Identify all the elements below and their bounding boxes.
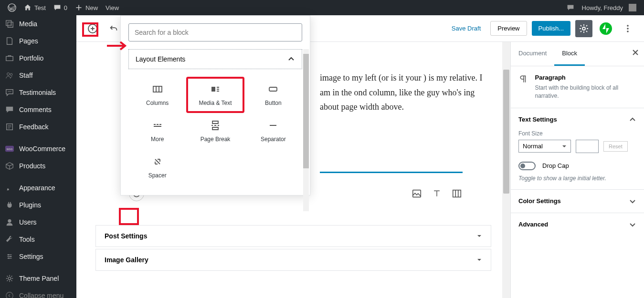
block-option-more[interactable]: More	[128, 113, 186, 149]
section-title: Color Settings	[518, 197, 561, 205]
home-icon	[24, 4, 32, 11]
undo-button[interactable]	[105, 20, 122, 37]
sidebar-label: Settings	[19, 253, 43, 260]
sidebar-item-settings[interactable]: Settings	[0, 248, 76, 265]
comments-link[interactable]: 0	[50, 0, 71, 15]
publish-button[interactable]: Publish...	[532, 21, 570, 36]
jetpack-icon	[599, 22, 612, 35]
svg-point-10	[8, 254, 9, 256]
undo-icon	[108, 23, 119, 34]
sidebar-label: WooCommerce	[19, 145, 65, 153]
feedback-icon	[5, 122, 14, 132]
block-option-page-break[interactable]: Page Break	[186, 113, 244, 149]
settings-scrollbar[interactable]	[510, 42, 511, 298]
mediatext-icon	[210, 83, 221, 95]
inserter-category-header[interactable]: Layout Elements	[128, 49, 302, 69]
block-option-columns[interactable]: Columns	[128, 77, 186, 113]
jetpack-button[interactable]	[597, 20, 614, 37]
wordpress-icon	[8, 3, 16, 12]
sidebar-item-users[interactable]: Users	[0, 214, 76, 231]
preview-button[interactable]: Preview	[490, 21, 527, 36]
columns-block-shortcut[interactable]	[451, 188, 463, 199]
close-settings-button[interactable]	[632, 49, 639, 56]
sidebar-label: Feedback	[19, 123, 48, 131]
text-settings-header[interactable]: Text Settings	[518, 116, 636, 123]
svg-point-16	[582, 27, 585, 30]
comment-icon	[53, 4, 61, 11]
block-option-button[interactable]: Button	[244, 77, 302, 113]
tab-block[interactable]: Block	[554, 42, 585, 66]
sidebar-item-tools[interactable]: Tools	[0, 231, 76, 248]
color-settings-header[interactable]: Color Settings	[518, 197, 636, 205]
image-block-shortcut[interactable]	[411, 188, 422, 199]
wp-logo[interactable]	[4, 0, 20, 15]
new-link[interactable]: New	[71, 0, 102, 15]
appearance-icon	[5, 183, 14, 193]
spacer-icon	[152, 156, 163, 167]
chevron-up-icon	[287, 55, 295, 63]
sidebar-label: Portfolio	[19, 54, 43, 62]
site-link[interactable]: Test	[20, 0, 50, 15]
block-label: Page Break	[201, 136, 231, 143]
more-options-button[interactable]	[619, 20, 636, 37]
add-block-button[interactable]	[84, 20, 101, 37]
save-draft-button[interactable]: Save Draft	[447, 22, 486, 35]
inserter-scrollbar[interactable]	[303, 49, 309, 211]
sidebar-item-products[interactable]: Products	[0, 157, 76, 175]
sidebar-item-woocommerce[interactable]: wooWooCommerce	[0, 140, 76, 157]
meta-panel-image-gallery[interactable]: Image Gallery	[95, 249, 491, 271]
svg-text:woo: woo	[6, 147, 13, 151]
meta-panel-post-settings[interactable]: Post Settings	[95, 225, 491, 247]
staff-icon	[5, 71, 14, 80]
paragraph-block[interactable]: image to my left (or is it your ) is my …	[320, 71, 491, 114]
plus-circle-icon	[87, 23, 98, 34]
sidebar-item-collapse[interactable]: Collapse menu	[0, 287, 76, 298]
block-option-media-text[interactable]: Media & Text	[186, 77, 244, 113]
collapse-icon	[5, 291, 14, 298]
sidebar-item-feedback[interactable]: Feedback	[0, 118, 76, 135]
block-label: Columns	[146, 100, 169, 106]
caret-down-icon	[562, 144, 567, 149]
svg-rect-26	[269, 87, 277, 91]
svg-point-11	[10, 256, 11, 257]
block-option-spacer[interactable]: Spacer	[128, 149, 186, 185]
settings-toggle-button[interactable]	[575, 20, 592, 37]
section-title: Advanced	[518, 221, 548, 228]
tab-document[interactable]: Document	[511, 42, 554, 66]
canvas-scrollbar[interactable]	[502, 42, 510, 298]
drop-cap-label: Drop Cap	[542, 162, 569, 169]
sidebar-item-pages[interactable]: Pages	[0, 32, 76, 50]
font-size-select[interactable]: Normal	[518, 140, 571, 153]
block-search-input[interactable]	[128, 23, 302, 41]
sidebar-label: Theme Panel	[19, 275, 59, 282]
view-link[interactable]: View	[102, 0, 123, 15]
tools-icon	[5, 235, 14, 244]
svg-point-3	[8, 91, 9, 92]
heading-block-shortcut[interactable]	[431, 188, 443, 199]
drop-cap-toggle[interactable]	[518, 162, 536, 170]
sidebar-item-theme-panel[interactable]: Theme Panel	[0, 270, 76, 287]
sidebar-item-staff[interactable]: Staff	[0, 67, 76, 84]
svg-point-20	[627, 31, 629, 32]
advanced-header[interactable]: Advanced	[518, 221, 636, 228]
notification-link[interactable]	[563, 0, 578, 15]
pagebreak-icon	[210, 120, 221, 131]
image-icon	[412, 188, 422, 199]
reset-button[interactable]: Reset	[603, 141, 628, 152]
sidebar-item-media[interactable]: Media	[0, 15, 76, 32]
sidebar-item-plugins[interactable]: Plugins	[0, 196, 76, 214]
more-icon	[152, 120, 163, 131]
howdy-link[interactable]: Howdy, Freddy	[578, 0, 640, 15]
sidebar-item-comments[interactable]: Comments	[0, 101, 76, 118]
sidebar-label: Products	[19, 162, 45, 170]
font-size-input[interactable]	[576, 140, 599, 153]
block-label: Button	[265, 100, 282, 106]
font-size-value: Normal	[523, 143, 543, 150]
block-label: More	[151, 136, 164, 143]
sidebar-label: Collapse menu	[19, 292, 63, 298]
sidebar-item-testimonials[interactable]: Testimonials	[0, 84, 76, 101]
avatar	[629, 4, 636, 11]
sidebar-item-portfolio[interactable]: Portfolio	[0, 50, 76, 67]
sidebar-item-appearance[interactable]: Appearance	[0, 179, 76, 196]
block-option-separator[interactable]: Separator	[244, 113, 302, 149]
